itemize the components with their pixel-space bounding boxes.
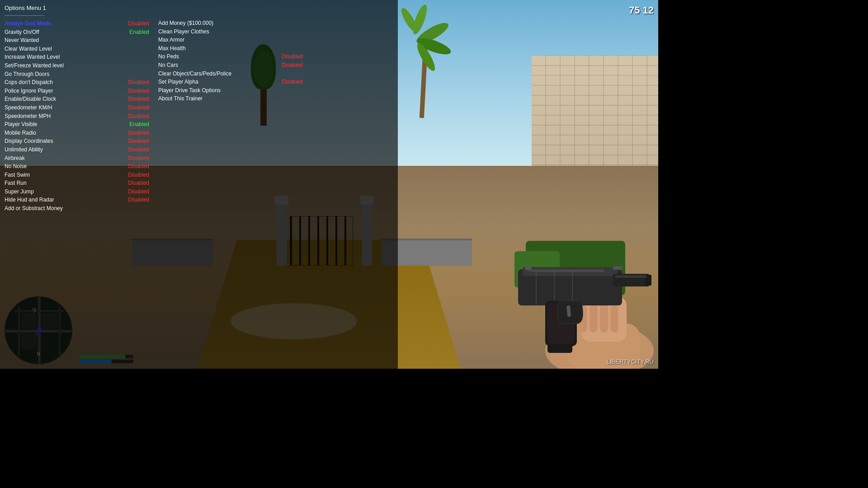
menu-item-status: Disabled xyxy=(128,129,149,137)
menu-item-right-3[interactable]: Max Health xyxy=(158,44,303,53)
menu-item-left-5[interactable]: Set/Freeze Wanted level xyxy=(5,61,149,70)
menu-item-status: Disabled xyxy=(128,19,149,28)
menu-item-status: Disabled xyxy=(128,137,149,145)
svg-rect-22 xyxy=(532,270,604,272)
menu-item-left-21[interactable]: Hide Hud and RadarDisabled xyxy=(5,196,149,204)
svg-rect-20 xyxy=(613,266,622,270)
menu-item-right-6[interactable]: Clear Object/Cars/Peds/Police xyxy=(158,70,303,78)
menu-item-left-3[interactable]: Clear Wanted Level xyxy=(5,45,149,53)
menu-item-left-18[interactable]: Fast SwimDisabled xyxy=(5,171,149,179)
menu-item-right-label: No Peds xyxy=(158,52,179,61)
menu-item-label: No Noise xyxy=(5,162,27,171)
menu-item-right-1[interactable]: Clean Player Clothes xyxy=(158,28,303,36)
menu-item-right-label: Clean Player Clothes xyxy=(158,28,209,36)
menu-item-label: Gravity On/Off xyxy=(5,28,39,37)
menu-title: Options Menu 1 xyxy=(5,5,149,11)
menu-item-status: Disabled xyxy=(128,196,149,204)
menu-item-label: Fast Swim xyxy=(5,171,30,179)
menu-item-left-16[interactable]: AirbreakDisabled xyxy=(5,154,149,163)
menu-item-label: Speedometer MPH xyxy=(5,112,51,121)
menu-item-left-13[interactable]: Mobile RadioDisabled xyxy=(5,129,149,137)
menu-item-left-12[interactable]: Player VisibleEnabled xyxy=(5,120,149,129)
menu-item-label: Speedometer KM/H xyxy=(5,103,52,112)
menu-item-status: Disabled xyxy=(128,154,149,163)
menu-item-right-4[interactable]: No PedsDisabled xyxy=(158,52,303,61)
menu-item-status: Disabled xyxy=(128,145,149,154)
menu-item-left-11[interactable]: Speedometer MPHDisabled xyxy=(5,112,149,121)
menu-item-right-8[interactable]: Player Drive Task Options xyxy=(158,86,303,95)
menu-item-left-20[interactable]: Super JumpDisabled xyxy=(5,188,149,196)
menu-item-left-9[interactable]: Enable/Disable ClockDisabled xyxy=(5,95,149,103)
menu-item-left-15[interactable]: Unlimited AbilityDisabled xyxy=(5,145,149,154)
menu-item-status: Enabled xyxy=(129,120,149,129)
menu-item-label: Go Through Doors xyxy=(5,70,49,79)
menu-item-right-status: Disabled xyxy=(282,61,303,70)
menu-item-right-label: Clear Object/Cars/Peds/Police xyxy=(158,70,231,78)
menu-item-label: Display Coordinates xyxy=(5,137,53,145)
menu-item-status: Disabled xyxy=(128,103,149,112)
menu-item-label: Never Wanted xyxy=(5,36,39,45)
menu-item-right-7[interactable]: Set Player AlphaDisabled xyxy=(158,78,303,86)
menu-item-right-label: Max Armor xyxy=(158,36,184,44)
menu-item-right-label: Set Player Alpha xyxy=(158,78,198,86)
menu-item-label: Airbreak xyxy=(5,154,25,163)
menu-item-left-10[interactable]: Speedometer KM/HDisabled xyxy=(5,103,149,112)
menu-item-status: Disabled xyxy=(128,87,149,95)
menu-item-status: Disabled xyxy=(128,78,149,87)
menu-item-label: Player Visible xyxy=(5,120,37,129)
menu-item-left-7[interactable]: Cops don't DispatchDisabled xyxy=(5,78,149,87)
menu-item-left-2[interactable]: Never Wanted xyxy=(5,36,149,45)
svg-rect-4 xyxy=(590,303,598,333)
menu-item-right-0[interactable]: Add Money ($100.000) xyxy=(158,19,303,28)
menu-item-left-6[interactable]: Go Through Doors xyxy=(5,70,149,79)
palm-tree xyxy=(415,19,433,118)
menu-item-left-1[interactable]: Gravity On/OffEnabled xyxy=(5,28,149,37)
menu-item-status: Disabled xyxy=(128,188,149,196)
menu-item-right-label: About This Trainer xyxy=(158,94,203,103)
menu-item-status: Enabled xyxy=(129,28,149,37)
menu-item-right-label: Max Health xyxy=(158,44,186,53)
menu-item-left-4[interactable]: Increase Wanted Level xyxy=(5,53,149,61)
timer: 75 12 xyxy=(629,5,654,16)
menu-item-left-0[interactable]: Always God ModeDisabled xyxy=(5,19,149,28)
menu-item-right-9[interactable]: About This Trainer xyxy=(158,94,303,103)
menu-item-left-8[interactable]: Police Ignore PlayerDisabled xyxy=(5,87,149,95)
menu-item-label: Super Jump xyxy=(5,188,34,196)
menu-item-label: Hide Hud and Radar xyxy=(5,196,54,204)
menu-item-label: Add or Substract Money xyxy=(5,204,63,213)
svg-rect-5 xyxy=(600,303,608,333)
menu-column-left: Options Menu 1 ------------------------ … xyxy=(5,5,149,364)
menu-item-right-5[interactable]: No CarsDisabled xyxy=(158,61,303,70)
watermark: LIBERTYCITY.RU xyxy=(607,358,654,365)
svg-rect-6 xyxy=(610,305,618,333)
menu-item-label: Enable/Disable Clock xyxy=(5,95,56,103)
menu-item-right-label: No Cars xyxy=(158,61,178,70)
menu-column-right: Add Money ($100.000)Clean Player Clothes… xyxy=(158,5,303,364)
menu-item-label: Fast Run xyxy=(5,179,27,188)
menu-divider: ------------------------ xyxy=(5,12,149,18)
menu-item-left-22[interactable]: Add or Substract Money xyxy=(5,204,149,213)
menu-item-right-label: Add Money ($100.000) xyxy=(158,19,213,28)
svg-rect-21 xyxy=(615,275,647,278)
gun-and-hand xyxy=(432,143,658,369)
menu-item-status: Disabled xyxy=(128,95,149,103)
menu-item-label: Unlimited Ability xyxy=(5,145,43,154)
menu-item-label: Cops don't Dispatch xyxy=(5,78,53,87)
menu-item-left-19[interactable]: Fast RunDisabled xyxy=(5,179,149,188)
menu-item-right-2[interactable]: Max Armor xyxy=(158,36,303,44)
menu-item-left-17[interactable]: No NoiseDisabled xyxy=(5,162,149,171)
menu-item-left-14[interactable]: Display CoordinatesDisabled xyxy=(5,137,149,145)
menu-item-label: Always God Mode xyxy=(5,19,51,28)
svg-rect-18 xyxy=(547,344,572,353)
menu-item-right-status: Disabled xyxy=(282,52,303,61)
menu-item-label: Clear Wanted Level xyxy=(5,45,52,53)
menu-item-status: Disabled xyxy=(128,179,149,188)
menu-item-status: Disabled xyxy=(128,112,149,121)
menu-item-label: Mobile Radio xyxy=(5,129,36,137)
svg-rect-19 xyxy=(525,266,532,270)
menu-item-status: Disabled xyxy=(128,162,149,171)
menu-item-label: Increase Wanted Level xyxy=(5,53,60,61)
menu-left-items: Always God ModeDisabledGravity On/OffEna… xyxy=(5,19,149,213)
menu-item-right-label: Player Drive Task Options xyxy=(158,86,221,95)
menu-item-status: Disabled xyxy=(128,171,149,179)
